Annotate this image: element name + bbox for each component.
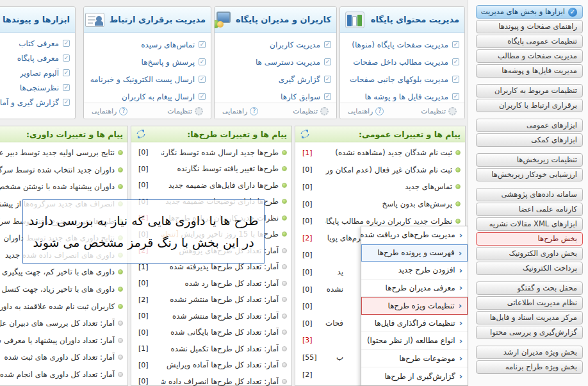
sidebar-item[interactable]: ✓ ارزشیابی خودکار زیربخش‌ها	[476, 168, 583, 181]
card-item[interactable]: ✓ ارسال پست الکترونیک و خبرنامه	[88, 71, 206, 88]
settings-link[interactable]: تنظیمات	[293, 107, 329, 115]
sidebar-item[interactable]: ✓ بخش ویژه مدیران ارشد	[476, 346, 583, 359]
status-row[interactable]: داوران پیشنهاد شده با نوشتن مشخص	[0, 178, 127, 196]
sidebar-item[interactable]: ✓ کارنامه علمی اعضا	[476, 203, 583, 216]
status-row[interactable]: آمار: تعداد داوران پیشنهاد یا معرفی ش	[0, 332, 127, 349]
checkbox-icon[interactable]: ✓	[199, 41, 206, 48]
sidebar-item[interactable]: ✓ نظام مدیریت اطلاعاتی	[476, 296, 583, 310]
card-item[interactable]: ✓ مدیریت صفحات پایگاه (منوها)	[344, 36, 459, 53]
card-item[interactable]: ✓ معرفی پایگاه	[0, 51, 70, 65]
status-row[interactable]: طرح‌ها جدید ارسال شده توسط نگارنده [0]	[131, 144, 291, 161]
sidebar-item[interactable]: ✓ سامانه داده‌های پژوهشی	[476, 188, 583, 201]
sidebar-item[interactable]: ✓ بخش طرح‌ها	[476, 232, 583, 246]
card-item[interactable]: ✓ گزارش گیری و آمار	[0, 95, 70, 110]
sidebar-item[interactable]: ✓ تنظیمات مربوط به کاربران	[476, 84, 583, 97]
status-row[interactable]: آمار: تعداد کل طرح‌ها منتشر شده [0]	[131, 308, 291, 324]
checkbox-icon[interactable]: ✓	[324, 93, 331, 100]
sidebar-item[interactable]: ✓ راهنمای صفحات و پیوندها	[476, 20, 583, 33]
card-item[interactable]: ✓ تماس‌های رسیده	[88, 36, 206, 53]
card-item[interactable]: ✓ مدیریت دسترسی ها	[218, 53, 331, 71]
status-row[interactable]: آمار: تعداد کل طرح‌ها منتشر نشده [2]	[131, 292, 291, 308]
submenu-item[interactable]: ‹ تنظیمات ویژه طرح‌ها	[361, 297, 468, 315]
status-row[interactable]: داوران جدید انتخاب شده توسط سرگر	[0, 162, 127, 179]
checkbox-icon[interactable]: ✓	[199, 93, 206, 100]
card-item[interactable]: ✓ مدیریت بلوکهای جانبی صفحات	[344, 71, 459, 88]
sidebar-item[interactable]: ✓ مرکز مدیریت اسناد و فایل‌ها	[476, 311, 583, 324]
card-item[interactable]: ✓ مدیریت مطالب داخل صفحات	[344, 53, 459, 71]
sidebar-item[interactable]: ✓ تنظیمات زیربخش‌ها	[476, 153, 583, 167]
card-item[interactable]: ✓ آلبوم تصاویر	[0, 65, 70, 80]
sidebar-item[interactable]: ✓ مدیریت صفحات و مطالب	[476, 49, 583, 63]
sidebar-item[interactable]: ✓ محفل بحث و گفتگو	[476, 281, 583, 295]
card-item[interactable]: ✓ گزارش گیری	[218, 71, 331, 88]
checkbox-icon[interactable]: ✓	[324, 41, 331, 48]
submenu-item[interactable]: ‹ انواع مطالعه (از نظر محتوا)	[361, 332, 468, 350]
sidebar-item[interactable]: ✓ گزارش‌گیری و بررسی محتوا	[476, 326, 583, 339]
checkbox-icon[interactable]: ✓	[63, 69, 70, 76]
checkbox-icon[interactable]: ✓	[324, 58, 331, 65]
status-row[interactable]: تماس‌های جدید [0]	[295, 178, 465, 196]
checkbox-icon[interactable]: ✓	[63, 84, 70, 91]
submenu-item[interactable]: ‹ مدیریت طرح‌های دریافت شده	[361, 226, 468, 244]
submenu-item[interactable]: ‹ فهرست و پرونده طرح‌ها	[361, 244, 468, 262]
sidebar-item[interactable]: ✓ بخش داوری الکترونیک	[476, 247, 583, 260]
status-row[interactable]: ثبت نام شدگان غیر فعال (عدم امکان ورود) …	[295, 162, 465, 179]
status-row[interactable]: آمار: تعداد کل بررسی های دبیران عل	[0, 315, 127, 332]
status-row[interactable]: داوری های با تاخیر کم، جهت پیگیری	[0, 264, 127, 281]
submenu-item[interactable]: ‹ موضوعات طرح‌ها	[361, 350, 468, 368]
checkbox-icon[interactable]: ✓	[452, 58, 459, 65]
refresh-icon[interactable]	[300, 129, 310, 139]
sidebar-item[interactable]: ✓ برقراری ارتباط با کاربران	[476, 99, 583, 112]
card-item[interactable]: ✓ مدیریت کاربران	[218, 36, 331, 53]
help-link[interactable]: ?راهنمایی	[348, 107, 384, 115]
submenu-item[interactable]: ‹ افزودن طرح جدید	[361, 262, 468, 280]
sidebar-item[interactable]: ✓ پرداخت الکترونیک	[476, 262, 583, 275]
checkbox-icon[interactable]: ✓	[452, 41, 459, 48]
card-item[interactable]: ✓ پرسش و پاسخ‌ها	[88, 53, 206, 71]
submenu-item[interactable]: ‹ گزارش‌گیری از طرح‌ها	[361, 367, 468, 385]
card-item[interactable]: ✓ نظرسنجی‌ها	[0, 80, 70, 95]
help-link[interactable]: ?راهنمایی	[92, 107, 127, 115]
status-row[interactable]: طرح‌ها تغییر یافته توسط نگارنده [0]	[131, 161, 291, 178]
checkbox-icon[interactable]: ✓	[63, 55, 70, 62]
settings-link[interactable]: تنظیمات	[167, 107, 203, 115]
checkbox-icon[interactable]: ✓	[199, 58, 206, 65]
checkbox-icon[interactable]: ✓	[199, 76, 206, 83]
status-row[interactable]: آمار: تعداد کل طرح‌ها بایگانی شده [0]	[131, 324, 291, 341]
sidebar-item[interactable]: ✓ ابزارهای کمکی	[476, 133, 583, 147]
status-row[interactable]: آمار: تعداد کل طرح‌ها آماده ویرایش [0]	[131, 357, 291, 374]
help-link[interactable]: ?راهنمایی	[222, 107, 258, 115]
checkbox-icon[interactable]: ✓	[63, 99, 70, 106]
checkbox-icon[interactable]: ✓	[452, 76, 459, 83]
sidebar-item[interactable]: ✓ مدیریت فایل‌ها و پوشه‌ها	[476, 64, 583, 78]
status-row[interactable]: آمار: تعداد کل طرح‌ها انصراف داده شده [0…	[131, 373, 291, 386]
status-row[interactable]: ثبت نام شدگان جدید (مشاهده نشده) [1]	[295, 144, 465, 162]
status-row[interactable]: آمار: تعداد کل داوری های انجام شده	[0, 366, 127, 383]
status-row[interactable]: طرح‌ها دارای فایل‌های ضمیمه جدید [0]	[131, 177, 291, 194]
checkbox-icon[interactable]: ✓	[452, 93, 459, 100]
sidebar-item[interactable]: ✓ ابزارها و بخش های مدیریت	[476, 5, 583, 19]
card-title: کاربران و مدیران پایگاه	[236, 15, 331, 24]
sidebar-item[interactable]: ✓ ابزارهای XML مقالات نشریه	[476, 217, 583, 231]
status-row[interactable]: آمار: تعداد کل داوری های ثبت شده	[0, 349, 127, 366]
status-row[interactable]: داوری های با تاخیر زیاد، جهت کنسل ک	[0, 281, 127, 298]
status-row[interactable]: نتایج بررسی اولیه جدید توسط دبیر عل	[0, 144, 127, 162]
card-item[interactable]: ✓ معرفی کتاب	[0, 36, 70, 51]
submenu-item[interactable]: ‹ تنظیمات فراگذاری فایل‌ها	[361, 315, 468, 333]
submenu-item[interactable]: ‹ معرفی مدیران طرح‌ها	[361, 280, 468, 298]
status-row[interactable]: پرسش‌های بدون پاسخ [0]	[295, 196, 465, 213]
checkbox-icon[interactable]: ✓	[324, 76, 331, 83]
card-tools-links: ابزارها و پیوندها ✓ معرفی کتاب ✓ معرفی پ…	[0, 6, 76, 119]
status-row[interactable]: کاربران ثبت نام شده علاقمند به داوری	[0, 298, 127, 315]
card-item-list: ✓ معرفی کتاب ✓ معرفی پایگاه ✓ آلبوم تصاو…	[0, 33, 75, 110]
refresh-icon[interactable]	[136, 129, 146, 139]
settings-link[interactable]: تنظیمات	[421, 107, 457, 115]
card-header: مدیریت برقراری ارتباط	[84, 7, 211, 33]
sidebar-item[interactable]: ✓ ابزارهای عمومی	[476, 119, 583, 132]
status-row[interactable]: آمار: تعداد کل طرح‌ها تکمیل نشده [1]	[131, 340, 291, 357]
status-row[interactable]: آمار: تعداد کل طرح‌ها رد شده [0]	[131, 275, 291, 292]
status-row[interactable]: آمار: تعداد کل داوری های انجام نشده	[0, 383, 127, 386]
sidebar-item[interactable]: ✓ بخش ویژه طراح برنامه	[476, 360, 583, 374]
sidebar-item[interactable]: ✓ تنظیمات عمومی پایگاه	[476, 35, 583, 48]
checkbox-icon[interactable]: ✓	[63, 40, 70, 47]
